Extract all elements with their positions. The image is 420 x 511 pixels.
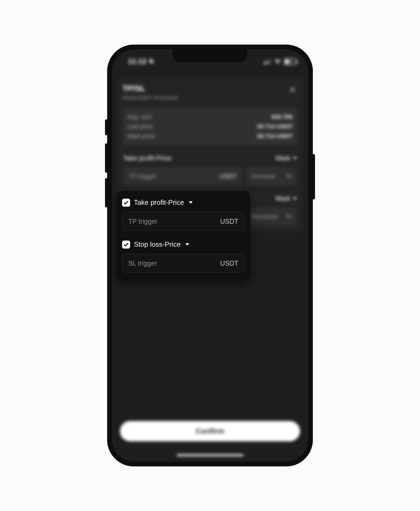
- tp-section: Take profit-Price Mark TP trigger USDT: [123, 154, 297, 186]
- phone-screen: 11:12 26: [112, 49, 308, 462]
- tp-mark-label: Mark: [275, 154, 290, 162]
- sl-popover-unit: USDT: [220, 260, 238, 267]
- moon-icon: [149, 57, 155, 66]
- svg-rect-2: [267, 60, 269, 64]
- avg-cost-value: ¥20.706: [271, 113, 293, 120]
- tp-trigger-unit: USDT: [220, 172, 237, 180]
- phone-notch: [173, 49, 247, 62]
- last-price-value: 20.714 USDT: [257, 123, 293, 130]
- close-icon[interactable]: ✕: [288, 84, 297, 96]
- tp-mark-select[interactable]: Mark: [275, 154, 297, 162]
- chevron-down-icon: [293, 197, 297, 200]
- tp-popover-unit: USDT: [220, 218, 238, 225]
- tp-trigger-input[interactable]: TP trigger USDT: [123, 167, 242, 186]
- battery-icon: 26: [284, 58, 296, 65]
- tp-pct-unit: %: [286, 173, 291, 180]
- sl-pct-input[interactable]: Decrease %: [246, 207, 297, 226]
- status-time: 11:12: [128, 57, 146, 66]
- wifi-icon: [274, 59, 281, 64]
- battery-level: 26: [285, 60, 296, 64]
- svg-rect-0: [264, 62, 265, 64]
- tp-popover-placeholder: TP trigger: [128, 218, 157, 225]
- home-indicator[interactable]: [177, 454, 243, 456]
- tp-pct-label: Increase: [251, 173, 275, 180]
- last-price-label: Last price: [127, 123, 153, 130]
- mark-price-value: 20.714 USDT: [257, 133, 293, 140]
- chevron-down-icon: [189, 201, 193, 204]
- chevron-down-icon: [185, 243, 189, 246]
- sl-popover-input[interactable]: SL trigger USDT: [122, 254, 244, 273]
- tp-dropdown[interactable]: Take profit-Price: [122, 198, 244, 207]
- chevron-down-icon: [293, 157, 297, 159]
- sl-pct-label: Decrease: [251, 213, 278, 220]
- sl-pct-unit: %: [286, 213, 291, 220]
- outer-card: 11:12 26: [4, 5, 416, 506]
- phone-power-button: [312, 154, 315, 199]
- svg-rect-1: [266, 61, 267, 64]
- tp-popover-input[interactable]: TP trigger USDT: [122, 212, 244, 231]
- modal-title: TP/SL: [123, 84, 177, 93]
- tp-pct-input[interactable]: Increase %: [246, 167, 297, 186]
- tp-popover-label: Take profit-Price: [134, 198, 184, 207]
- mark-price-label: Mark price: [127, 133, 155, 140]
- avg-cost-label: Avg. cost: [127, 113, 151, 120]
- cellular-icon: [264, 59, 271, 64]
- sl-checkbox[interactable]: [122, 241, 130, 249]
- tpsl-popover: Take profit-Price TP trigger USDT Stop l…: [116, 191, 250, 281]
- confirm-label: Confirm: [196, 427, 224, 435]
- svg-rect-3: [269, 59, 271, 64]
- sl-popover-label: Stop loss-Price: [134, 240, 181, 249]
- confirm-button[interactable]: Confirm: [120, 421, 300, 441]
- sl-dropdown[interactable]: Stop loss-Price: [122, 240, 244, 249]
- phone-volume-down: [105, 178, 108, 207]
- tp-checkbox[interactable]: [122, 199, 130, 207]
- modal-subtitle: AVAXUSDT Perpetual: [123, 95, 177, 101]
- sl-popover-placeholder: SL trigger: [128, 260, 157, 267]
- phone-frame: 11:12 26: [107, 45, 313, 466]
- phone-mute-switch: [105, 119, 108, 135]
- sl-mark-label: Mark: [275, 195, 290, 202]
- price-info-card: Avg. cost ¥20.706 Last price 20.714 USDT…: [123, 108, 297, 145]
- sl-mark-select[interactable]: Mark: [275, 195, 297, 202]
- phone-volume-up: [105, 143, 108, 173]
- tp-title: Take profit-Price: [123, 154, 172, 162]
- tp-trigger-placeholder: TP trigger: [129, 172, 157, 180]
